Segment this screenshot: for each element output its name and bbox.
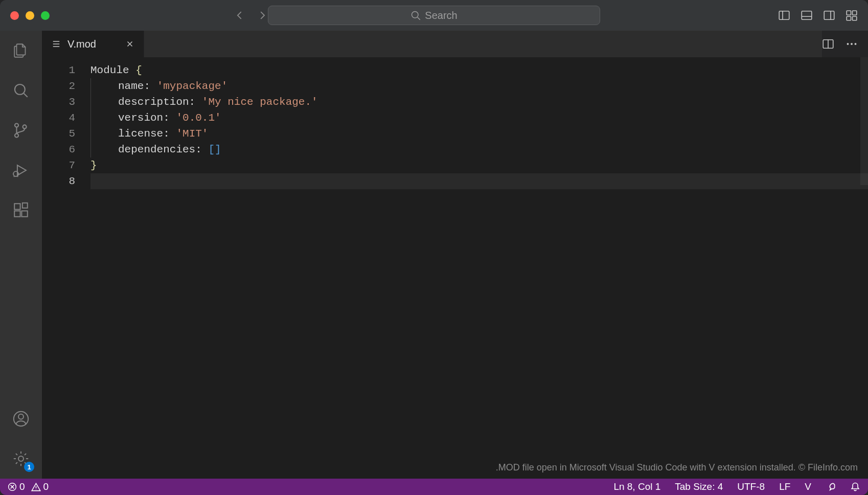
svg-point-26 [851,43,853,45]
code-token: dependencies: [118,142,208,158]
status-feedback-button[interactable] [826,482,836,492]
svg-point-14 [23,125,27,128]
customize-layout-button[interactable] [846,9,858,21]
status-notifications-button[interactable] [850,482,860,492]
explorer-button[interactable] [9,38,33,63]
svg-point-25 [847,43,849,45]
line-number: 7 [42,158,75,173]
tab-close-button[interactable] [125,39,134,49]
tab-vmod[interactable]: V.mod [42,31,144,57]
code-token: 'My nice package.' [202,94,318,110]
line-number: 4 [42,110,75,126]
code-token: { [135,62,142,78]
editor-group: V.mod 1 2 3 4 5 6 [42,31,868,479]
svg-rect-18 [21,211,27,216]
svg-rect-8 [853,11,857,15]
svg-point-13 [15,133,18,137]
minimap[interactable] [860,57,868,479]
status-language[interactable]: V [805,481,811,492]
source-control-button[interactable] [9,118,33,143]
svg-rect-10 [853,16,857,20]
line-number: 3 [42,94,75,110]
error-count: 0 [19,481,25,492]
status-encoding[interactable]: UTF-8 [737,481,765,492]
toggle-panel-button[interactable] [801,9,813,21]
line-number: 5 [42,126,75,142]
line-number: 8 [42,173,75,189]
line-numbers: 1 2 3 4 5 6 7 8 [42,57,90,479]
search-placeholder: Search [425,10,457,21]
ellipsis-icon [846,38,858,50]
search-icon [12,82,30,99]
svg-point-12 [15,124,18,127]
more-actions-button[interactable] [846,38,858,50]
split-icon [822,38,834,50]
minimap-scrollbar-thumb[interactable] [860,57,868,185]
close-icon [125,39,134,49]
toggle-secondary-sidebar-button[interactable] [823,9,835,21]
error-icon [8,482,17,491]
code-editor[interactable]: 1 2 3 4 5 6 7 8 Module { name: 'mypackag… [42,57,868,479]
search-icon [410,10,421,20]
toggle-primary-sidebar-button[interactable] [778,9,790,21]
extensions-button[interactable] [9,198,33,222]
code-token: license: [118,126,176,142]
svg-rect-16 [14,204,20,209]
window-controls [10,11,50,20]
code-token: } [90,158,97,173]
svg-point-22 [18,456,24,461]
code-content[interactable]: Module { name: 'mypackage' description: … [90,57,868,479]
maximize-window-button[interactable] [41,11,50,20]
search-button[interactable] [9,78,33,103]
watermark-caption: .MOD file open in Microsoft Visual Studi… [496,460,858,476]
nav-forward-button[interactable] [256,9,268,21]
svg-rect-9 [847,16,851,20]
status-tab-size[interactable]: Tab Size: 4 [675,481,723,492]
extensions-icon [12,201,30,219]
nav-back-button[interactable] [234,9,246,21]
status-errors[interactable]: 0 [8,481,25,492]
git-branch-icon [12,122,30,139]
svg-rect-5 [824,11,834,20]
svg-point-27 [855,43,857,45]
code-token: name: [118,78,157,94]
status-cursor-position[interactable]: Ln 8, Col 1 [613,481,660,492]
svg-rect-17 [14,211,20,216]
titlebar: Search [0,0,868,31]
accounts-button[interactable] [9,407,33,431]
svg-rect-3 [802,11,812,20]
line-number: 1 [42,62,75,78]
run-debug-button[interactable] [9,158,33,183]
code-token: Module [90,62,135,78]
status-bar: 0 0 Ln 8, Col 1 Tab Size: 4 UTF-8 LF V [0,479,868,495]
split-editor-button[interactable] [822,38,834,50]
svg-rect-7 [847,11,851,15]
tab-filename: V.mod [67,38,96,50]
code-token: version: [118,110,176,126]
status-eol[interactable]: LF [779,481,790,492]
svg-rect-19 [22,203,28,208]
account-icon [12,410,30,428]
activity-bar: 1 [0,31,42,479]
command-center-search[interactable]: Search [268,6,600,25]
line-number: 6 [42,142,75,158]
debug-icon [12,162,30,179]
code-token: description: [118,94,202,110]
warning-icon [31,482,41,492]
code-token: '0.0.1' [176,110,221,126]
warning-count: 0 [43,481,49,492]
code-token: 'mypackage' [157,78,228,94]
minimize-window-button[interactable] [26,11,34,20]
feedback-icon [826,482,836,492]
settings-button[interactable]: 1 [9,446,33,471]
svg-point-21 [18,414,24,419]
close-window-button[interactable] [10,11,19,20]
svg-point-0 [412,12,419,18]
file-icon [51,39,61,49]
line-number: 2 [42,78,75,94]
status-warnings[interactable]: 0 [31,481,49,492]
code-token: [] [208,142,221,158]
tabs-bar: V.mod [42,31,868,57]
svg-point-11 [15,84,25,95]
settings-badge: 1 [24,462,34,472]
